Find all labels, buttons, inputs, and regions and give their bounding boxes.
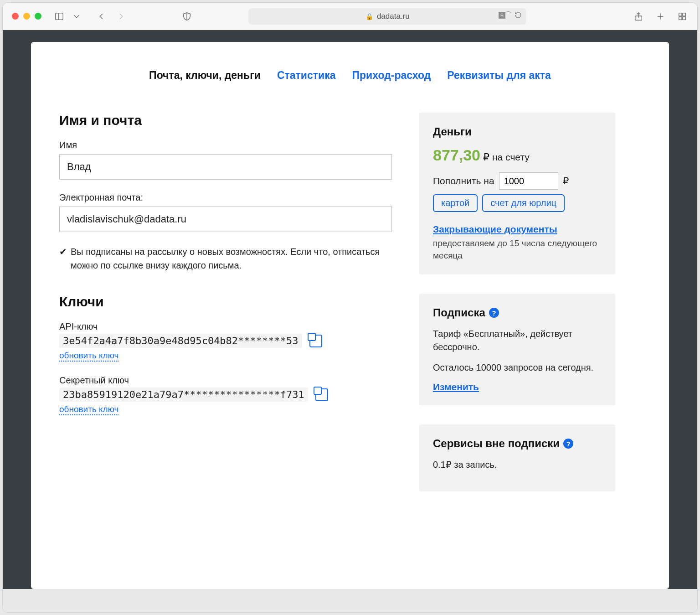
svg-rect-7 [683,13,685,16]
secret-key-label: Секретный ключ [59,375,392,386]
reload-icon[interactable] [515,11,522,21]
balance-amount: 877,30 [433,146,480,164]
tab-flow[interactable]: Приход-расход [352,69,431,82]
shield-icon[interactable] [181,10,193,22]
pay-by-card-button[interactable]: картой [433,194,478,212]
new-tab-icon[interactable] [654,10,666,22]
keys-section-heading: Ключи [59,294,392,310]
name-input[interactable] [59,154,392,180]
svg-rect-9 [683,16,685,19]
extras-panel: Сервисы вне подписки ? 0.1₽ за запись. [419,424,615,491]
close-window-button[interactable] [12,13,19,20]
subscription-heading: Подписка [433,306,485,319]
help-icon[interactable]: ? [563,439,573,449]
check-icon: ✔ [59,245,67,272]
help-icon[interactable]: ? [489,308,499,318]
subscription-remaining: Осталось 10000 запросов на сегодня. [433,361,602,374]
money-heading: Деньги [433,125,602,138]
forward-button [115,10,127,22]
page-viewport: Почта, ключи, деньги Статистика Приход-р… [3,30,697,612]
url-text: dadata.ru [377,12,410,21]
copy-secret-key-button[interactable] [315,388,328,401]
maximize-window-button[interactable] [35,13,41,20]
tab-mail-keys-money[interactable]: Почта, ключи, деньги [149,69,261,82]
closing-docs-note: предоставляем до 15 числа следующего мес… [433,238,602,262]
closing-docs-link[interactable]: Закрывающие документы [433,224,557,235]
extras-heading: Сервисы вне подписки [433,437,560,450]
translate-icon[interactable]: 🅰︎⁀ [499,11,511,21]
ruble-sign-2: ₽ [563,176,569,186]
ruble-sign: ₽ [483,151,489,163]
extras-price: 0.1₽ за запись. [433,458,602,471]
browser-toolbar: 🔒 dadata.ru 🅰︎⁀ [3,3,697,30]
copy-api-key-button[interactable] [309,335,322,347]
subscription-panel: Подписка ? Тариф «Бесплатный», действует… [419,294,615,405]
tab-statistics[interactable]: Статистика [277,69,336,82]
share-icon[interactable] [633,10,644,22]
svg-rect-6 [679,13,682,16]
back-button[interactable] [95,10,107,22]
money-panel: Деньги 877,30 ₽ на счету Пополнить на ₽ [419,113,615,274]
subscription-tariff: Тариф «Бесплатный», действует бессрочно. [433,327,602,354]
dropdown-icon[interactable] [71,10,82,22]
name-section-heading: Имя и почта [59,113,392,128]
balance-suffix: на счету [492,152,530,163]
subscription-note: ✔ Вы подписаны на рассылку о новых возмо… [59,245,392,272]
lock-icon: 🔒 [365,13,373,20]
api-key-value: 3e54f2a4a7f8b30a9e48d95c04b82********53 [59,334,302,348]
page-tabs: Почта, ключи, деньги Статистика Приход-р… [59,69,641,82]
subscription-note-text: Вы подписаны на рассылку о новых возможн… [71,245,392,272]
topup-label: Пополнить на [433,176,494,186]
tabs-overview-icon[interactable] [676,10,688,22]
change-subscription-link[interactable]: Изменить [433,382,479,392]
name-label: Имя [59,140,392,150]
pay-by-invoice-button[interactable]: счет для юрлиц [482,194,565,212]
api-key-label: API-ключ [59,321,392,332]
topup-amount-input[interactable] [499,172,558,190]
secret-key-value: 23ba85919120e21a79a7****************f731 [59,388,308,402]
content-card: Почта, ключи, деньги Статистика Приход-р… [31,42,669,589]
svg-rect-0 [56,13,63,20]
window-controls [12,13,41,20]
sidebar-toggle-icon[interactable] [53,10,65,22]
email-input[interactable] [59,207,392,232]
svg-rect-8 [679,16,682,19]
refresh-api-key-link[interactable]: обновить ключ [59,351,118,362]
minimize-window-button[interactable] [23,13,30,20]
email-label: Электронная почта: [59,192,392,203]
tab-requisites[interactable]: Реквизиты для акта [447,69,551,82]
browser-window: 🔒 dadata.ru 🅰︎⁀ Почта, ключи, [3,3,697,612]
refresh-secret-key-link[interactable]: обновить ключ [59,404,118,415]
address-bar[interactable]: 🔒 dadata.ru 🅰︎⁀ [248,8,526,25]
